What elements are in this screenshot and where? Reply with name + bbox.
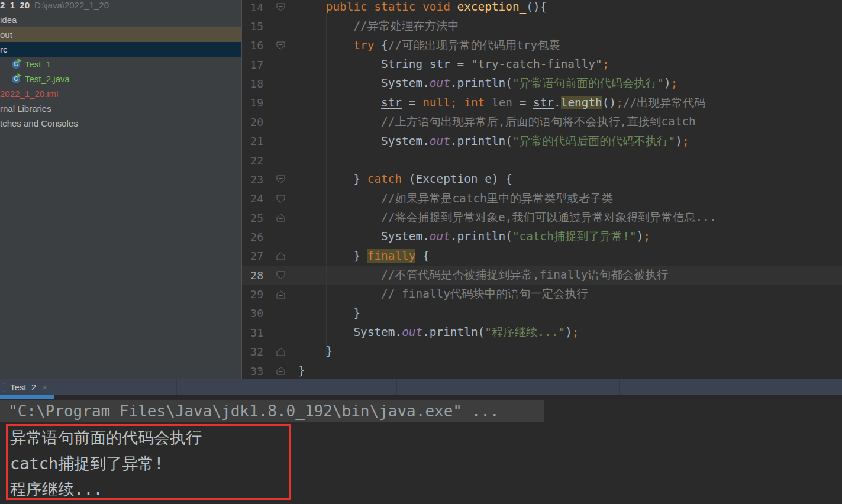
tree-item[interactable]: CTest_2.java (0, 72, 241, 86)
fold-marker-up-icon[interactable] (263, 290, 298, 299)
code-text: //将会捕捉到异常对象e,我们可以通过异常对象得到异常信息... (298, 208, 717, 227)
class-icon: C (12, 75, 21, 84)
fold-marker-up-icon[interactable] (263, 367, 298, 375)
code-line-31[interactable]: 31 System.out.println("程序继续..."); (242, 323, 842, 342)
line-number: 25 (242, 212, 263, 224)
tree-item[interactable]: CTest_1 (0, 57, 241, 72)
code-line-18[interactable]: 18 System.out.println("异常语句前面的代码会执行"); (242, 74, 842, 93)
code-line-24[interactable]: 24 //如果异常是catch里中的异常类型或者子类 (242, 189, 842, 208)
console-output-line: catch捕捉到了异常! (10, 451, 202, 477)
tab-close-icon[interactable]: × (42, 382, 47, 392)
fold-marker-down-icon[interactable] (263, 195, 298, 203)
code-line-21[interactable]: 21 System.out.println("异常的代码后面的代码不执行"); (242, 132, 842, 151)
code-line-32[interactable]: 32 } (242, 342, 842, 361)
console-output-line: 程序继续... (10, 476, 202, 502)
fold-marker-up-icon[interactable] (263, 214, 298, 222)
tree-item-project-root[interactable]: 2_1_20 D:\java\2022_1_20 (0, 0, 241, 12)
line-number: 27 (242, 250, 263, 262)
tree-item-label: out (0, 30, 12, 40)
tree-item[interactable]: out (0, 27, 241, 42)
code-text: } (298, 361, 305, 379)
code-text: } (298, 342, 333, 361)
code-line-23[interactable]: 23 } catch (Exception e) { (242, 170, 842, 189)
code-editor[interactable]: 14 public static void exception_(){15 //… (241, 0, 842, 379)
run-tool-window: Test_2 × "C:\Program Files\Java\jdk1.8.0… (0, 379, 842, 504)
ide-window: 2_1_20 D:\java\2022_1_20 ideaoutrcCTest_… (0, 0, 842, 504)
project-panel: 2_1_20 D:\java\2022_1_20 ideaoutrcCTest_… (0, 0, 241, 379)
code-line-22[interactable]: 22 (242, 151, 842, 170)
line-number: 24 (242, 192, 263, 205)
line-number: 20 (242, 116, 263, 128)
project-tree: 2_1_20 D:\java\2022_1_20 ideaoutrcCTest_… (0, 0, 241, 131)
code-text: } (298, 304, 360, 323)
line-number: 26 (242, 231, 263, 243)
code-text: //异常处理在方法中 (298, 17, 459, 35)
code-line-16[interactable]: 16 try {//可能出现异常的代码用try包裹 (242, 36, 842, 55)
line-number: 14 (242, 1, 263, 14)
fold-marker-up-icon[interactable] (263, 348, 298, 356)
line-number: 30 (242, 307, 263, 319)
code-line-30[interactable]: 30 } (242, 304, 842, 323)
run-tab-label: Test_2 (10, 382, 36, 392)
code-text: System.out.println("异常的代码后面的代码不执行"); (298, 132, 689, 151)
console-command-line: "C:\Program Files\Java\jdk1.8.0_192\bin\… (0, 400, 544, 422)
run-tab-test2[interactable]: Test_2 × (0, 379, 47, 395)
code-text: } catch (Exception e) { (298, 170, 512, 189)
code-lines: 14 public static void exception_(){15 //… (242, 0, 842, 379)
line-number: 31 (242, 327, 263, 339)
code-text: //不管代码是否被捕捉到异常,finally语句都会被执行 (298, 266, 668, 285)
tree-item[interactable]: tches and Consoles (0, 116, 241, 131)
line-number: 32 (242, 345, 263, 358)
code-line-20[interactable]: 20 //上方语句出现异常后,后面的语句将不会执行,直接到catch (242, 112, 842, 131)
code-line-29[interactable]: 29 // finally代码块中的语句一定会执行 (242, 285, 842, 303)
code-line-17[interactable]: 17 String str = "try-catch-finally"; (242, 55, 842, 74)
line-number: 28 (242, 269, 263, 282)
code-line-14[interactable]: 14 public static void exception_(){ (242, 0, 842, 17)
fold-marker-down-icon[interactable] (263, 3, 298, 11)
console-output-panel[interactable]: "C:\Program Files\Java\jdk1.8.0_192\bin\… (0, 399, 842, 504)
tree-item-label: Test_2.java (25, 74, 70, 84)
line-number: 21 (242, 135, 263, 147)
console-output-line: 异常语句前面的代码会执行 (10, 425, 202, 451)
code-text: System.out.println("异常语句前面的代码会执行"); (298, 74, 678, 93)
tree-item-label: 2022_1_20.iml (0, 89, 58, 99)
code-text: } finally { (298, 247, 430, 266)
tree-item-label: idea (0, 15, 17, 25)
tree-item-label: Test_1 (25, 59, 51, 69)
fold-marker-up-icon[interactable] (263, 252, 298, 260)
line-number: 22 (242, 154, 263, 167)
code-text: public static void exception_(){ (298, 0, 547, 17)
tree-item[interactable]: rnal Libraries (0, 101, 241, 116)
tree-item-label: rc (0, 44, 8, 54)
line-number: 19 (242, 96, 263, 109)
code-line-15[interactable]: 15 //异常处理在方法中 (242, 17, 842, 35)
tree-item-label: tches and Consoles (0, 118, 78, 128)
code-line-19[interactable]: 19 str = null; int len = str.length();//… (242, 93, 842, 112)
project-root-path: D:\java\2022_1_20 (34, 0, 109, 10)
tabstrip-divider (176, 379, 177, 395)
class-icon: C (12, 60, 21, 69)
code-line-27[interactable]: 27 } finally { (242, 247, 842, 266)
tree-item[interactable]: 2022_1_20.iml (0, 86, 241, 101)
fold-marker-down-icon[interactable] (263, 175, 298, 183)
code-line-28[interactable]: 28 //不管代码是否被捕捉到异常,finally语句都会被执行 (242, 266, 842, 285)
code-text: try {//可能出现异常的代码用try包裹 (298, 36, 560, 55)
code-line-25[interactable]: 25 //将会捕捉到异常对象e,我们可以通过异常对象得到异常信息... (242, 208, 842, 227)
code-line-33[interactable]: 33} (242, 361, 842, 379)
code-text: System.out.println("catch捕捉到了异常!"); (298, 227, 650, 246)
line-number: 23 (242, 173, 263, 186)
tree-item[interactable]: rc (0, 42, 241, 57)
tree-item[interactable]: idea (0, 12, 241, 27)
code-text: String str = "try-catch-finally"; (298, 55, 609, 74)
code-text: //上方语句出现异常后,后面的语句将不会执行,直接到catch (298, 112, 696, 131)
run-tabstrip: Test_2 × (0, 379, 842, 395)
code-text: //如果异常是catch里中的异常类型或者子类 (298, 189, 613, 208)
project-root-name: 2_1_20 (0, 0, 30, 10)
fold-marker-down-icon[interactable] (263, 271, 298, 279)
fold-marker-down-icon[interactable] (263, 41, 298, 50)
line-number: 17 (242, 59, 263, 71)
tabstrip-divider (396, 379, 397, 395)
line-number: 33 (242, 365, 263, 377)
line-number: 15 (242, 20, 263, 33)
code-line-26[interactable]: 26 System.out.println("catch捕捉到了异常!"); (242, 227, 842, 246)
